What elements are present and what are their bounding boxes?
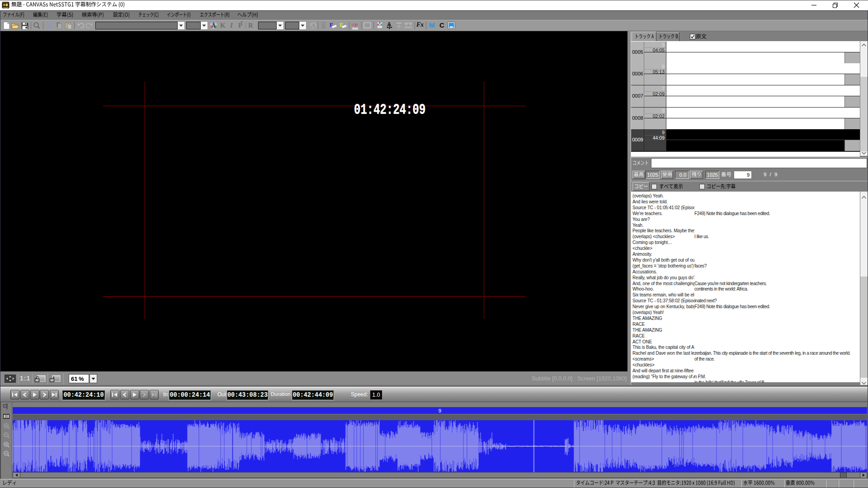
svg-text:A: A (311, 22, 316, 29)
svg-text:«A»: «A» (404, 23, 412, 28)
svg-text:P: P (354, 22, 358, 28)
svg-text:12: 12 (321, 21, 326, 26)
svg-text:A: A (211, 23, 216, 29)
